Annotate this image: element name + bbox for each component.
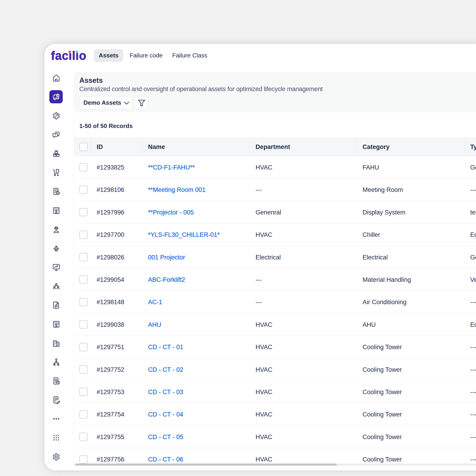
svg-text:?: ? [55,134,56,136]
